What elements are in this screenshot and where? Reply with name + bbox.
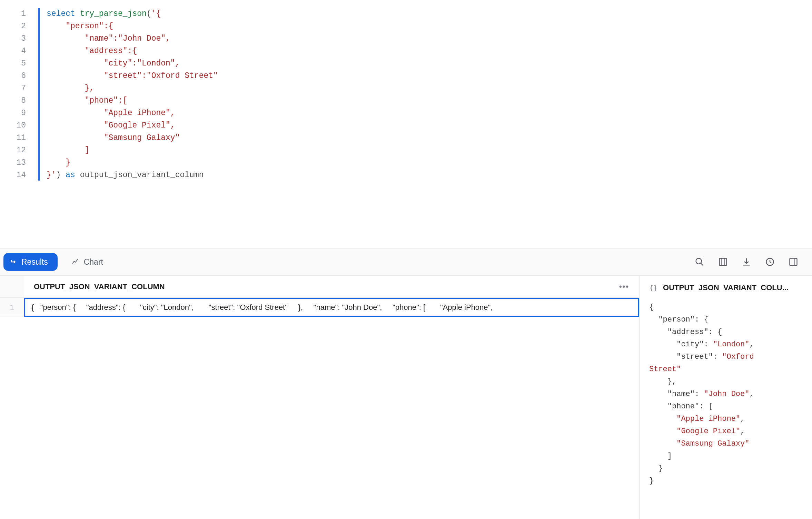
json-line: "Google Pixel",: [649, 425, 802, 438]
column-header[interactable]: OUTPUT_JSON_VARIANT_COLUMN •••: [24, 276, 639, 297]
line-gutter: 1234567891011121314: [0, 0, 38, 248]
line-number: 13: [0, 156, 26, 169]
download-icon[interactable]: [742, 257, 751, 267]
json-line: Street": [649, 363, 802, 376]
chart-tab-label: Chart: [84, 257, 103, 267]
history-icon[interactable]: [765, 257, 775, 267]
code-line[interactable]: "street":"Oxford Street": [38, 70, 812, 82]
column-header-label: OUTPUT_JSON_VARIANT_COLUMN: [34, 282, 165, 291]
json-line: {: [649, 301, 802, 314]
line-number: 9: [0, 107, 26, 119]
svg-rect-3: [790, 258, 797, 266]
line-number: 3: [0, 32, 26, 45]
code-line[interactable]: select try_parse_json('{: [38, 8, 812, 20]
chart-tab[interactable]: Chart: [71, 257, 103, 267]
row-number-header: [0, 276, 24, 297]
code-line[interactable]: },: [38, 82, 812, 94]
json-line: }: [649, 475, 802, 487]
line-number: 5: [0, 57, 26, 70]
detail-header: {} OUTPUT_JSON_VARIANT_COLU...: [649, 283, 802, 292]
toolbar-actions: [695, 257, 809, 267]
json-line: }: [649, 462, 802, 475]
detail-json-viewer[interactable]: { "person": { "address": { "city": "Lond…: [649, 301, 802, 487]
code-line[interactable]: }') as output_json_variant_column: [38, 169, 812, 181]
code-line[interactable]: "person":{: [38, 20, 812, 32]
line-number: 11: [0, 132, 26, 144]
column-menu-icon[interactable]: •••: [619, 282, 629, 291]
svg-rect-1: [720, 258, 727, 266]
results-area: OUTPUT_JSON_VARIANT_COLUMN ••• 1 { "pers…: [0, 276, 812, 519]
line-number: 6: [0, 70, 26, 82]
line-number: 12: [0, 144, 26, 156]
code-area[interactable]: select try_parse_json('{ "person":{ "nam…: [38, 0, 812, 248]
json-line: "address": {: [649, 326, 802, 338]
cell-detail-panel: {} OUTPUT_JSON_VARIANT_COLU... { "person…: [640, 276, 812, 519]
results-tab-label: Results: [21, 257, 48, 267]
results-arrow-icon: [10, 258, 18, 266]
json-line: "street": "Oxford: [649, 351, 802, 363]
code-line[interactable]: "Google Pixel",: [38, 119, 812, 132]
code-line[interactable]: "Apple iPhone",: [38, 107, 812, 119]
code-line[interactable]: "Samsung Galaxy": [38, 132, 812, 144]
results-toolbar: Results Chart: [0, 248, 812, 276]
code-line[interactable]: ]: [38, 144, 812, 156]
code-editor[interactable]: 1234567891011121314 select try_parse_jso…: [0, 0, 812, 248]
svg-point-0: [696, 258, 702, 264]
line-number: 1: [0, 8, 26, 20]
variant-type-badge: {}: [649, 284, 657, 292]
json-line: },: [649, 376, 802, 388]
line-number: 8: [0, 94, 26, 107]
code-line[interactable]: "phone":[: [38, 94, 812, 107]
code-line[interactable]: "address":{: [38, 45, 812, 57]
code-line[interactable]: "city":"London",: [38, 57, 812, 70]
panel-toggle-icon[interactable]: [789, 257, 798, 267]
results-tab[interactable]: Results: [3, 253, 58, 271]
json-line: "phone": [: [649, 400, 802, 413]
json-line: "name": "John Doe",: [649, 388, 802, 400]
results-grid[interactable]: OUTPUT_JSON_VARIANT_COLUMN ••• 1 { "pers…: [0, 276, 640, 519]
json-line: "Apple iPhone",: [649, 413, 802, 425]
grid-header-row: OUTPUT_JSON_VARIANT_COLUMN •••: [0, 276, 639, 298]
columns-icon[interactable]: [718, 257, 728, 267]
line-number: 14: [0, 169, 26, 181]
json-line: ]: [649, 450, 802, 462]
cell-value: { "person": { "address": { "city": "Lond…: [31, 303, 493, 312]
search-icon[interactable]: [695, 257, 704, 267]
table-row[interactable]: 1 { "person": { "address": { "city": "Lo…: [0, 298, 639, 317]
chart-line-icon: [71, 258, 80, 266]
grid-cell-selected[interactable]: { "person": { "address": { "city": "Lond…: [24, 298, 639, 317]
json-line: "city": "London",: [649, 338, 802, 351]
detail-column-name: OUTPUT_JSON_VARIANT_COLU...: [663, 283, 789, 292]
line-number: 4: [0, 45, 26, 57]
line-number: 10: [0, 119, 26, 132]
code-line[interactable]: "name":"John Doe",: [38, 32, 812, 45]
json-line: "person": {: [649, 314, 802, 326]
code-line[interactable]: }: [38, 156, 812, 169]
row-number: 1: [0, 298, 24, 317]
line-number: 7: [0, 82, 26, 94]
line-number: 2: [0, 20, 26, 32]
json-line: "Samsung Galaxy": [649, 438, 802, 450]
